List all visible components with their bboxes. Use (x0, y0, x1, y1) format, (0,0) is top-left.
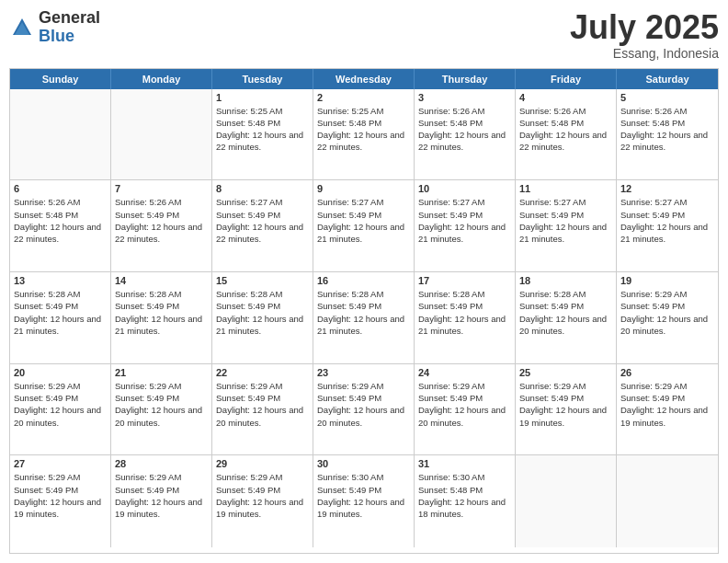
calendar-cell: 13Sunrise: 5:28 AMSunset: 5:49 PMDayligh… (10, 272, 111, 363)
calendar-cell: 4Sunrise: 5:26 AMSunset: 5:48 PMDaylight… (516, 89, 617, 180)
day-number: 1 (216, 92, 309, 103)
logo-icon (9, 15, 35, 40)
calendar-cell: 15Sunrise: 5:28 AMSunset: 5:49 PMDayligh… (212, 272, 313, 363)
day-number: 3 (418, 92, 511, 103)
title-block: July 2025 Essang, Indonesia (570, 9, 719, 61)
day-info: Sunrise: 5:27 AMSunset: 5:49 PMDaylight:… (216, 196, 309, 245)
day-info: Sunrise: 5:27 AMSunset: 5:49 PMDaylight:… (317, 196, 410, 245)
day-number: 25 (519, 367, 612, 378)
day-info: Sunrise: 5:29 AMSunset: 5:49 PMDaylight:… (115, 380, 208, 429)
calendar-header: SundayMondayTuesdayWednesdayThursdayFrid… (10, 69, 718, 89)
day-info: Sunrise: 5:26 AMSunset: 5:49 PMDaylight:… (115, 196, 208, 245)
calendar-cell: 10Sunrise: 5:27 AMSunset: 5:49 PMDayligh… (415, 180, 516, 271)
calendar-cell: 7Sunrise: 5:26 AMSunset: 5:49 PMDaylight… (111, 180, 212, 271)
calendar-cell (617, 455, 718, 547)
day-info: Sunrise: 5:28 AMSunset: 5:49 PMDaylight:… (115, 288, 208, 337)
calendar-cell: 31Sunrise: 5:30 AMSunset: 5:48 PMDayligh… (415, 455, 516, 547)
header: General Blue July 2025 Essang, Indonesia (9, 9, 719, 61)
calendar-cell: 9Sunrise: 5:27 AMSunset: 5:49 PMDaylight… (313, 180, 415, 271)
day-number: 13 (14, 275, 107, 286)
weekday-header: Saturday (617, 69, 718, 89)
day-info: Sunrise: 5:29 AMSunset: 5:49 PMDaylight:… (216, 471, 309, 520)
day-number: 22 (216, 367, 309, 378)
day-number: 9 (317, 183, 410, 194)
day-info: Sunrise: 5:26 AMSunset: 5:48 PMDaylight:… (14, 196, 107, 245)
calendar-cell: 14Sunrise: 5:28 AMSunset: 5:49 PMDayligh… (111, 272, 212, 363)
day-info: Sunrise: 5:26 AMSunset: 5:48 PMDaylight:… (418, 105, 511, 154)
day-number: 30 (317, 458, 410, 469)
calendar-week: 1Sunrise: 5:25 AMSunset: 5:48 PMDaylight… (10, 89, 718, 181)
weekday-header: Monday (111, 69, 212, 89)
month-year: July 2025 (570, 9, 719, 46)
day-number: 12 (620, 183, 714, 194)
day-number: 26 (620, 367, 714, 378)
day-info: Sunrise: 5:28 AMSunset: 5:49 PMDaylight:… (519, 288, 612, 337)
day-info: Sunrise: 5:29 AMSunset: 5:49 PMDaylight:… (317, 380, 410, 429)
weekday-header: Wednesday (313, 69, 415, 89)
day-number: 20 (14, 367, 107, 378)
calendar-cell: 12Sunrise: 5:27 AMSunset: 5:49 PMDayligh… (617, 180, 718, 271)
day-info: Sunrise: 5:27 AMSunset: 5:49 PMDaylight:… (519, 196, 612, 245)
calendar-cell: 26Sunrise: 5:29 AMSunset: 5:49 PMDayligh… (617, 364, 718, 455)
page: General Blue July 2025 Essang, Indonesia… (0, 0, 728, 563)
day-number: 17 (418, 275, 511, 286)
calendar-cell (10, 89, 111, 180)
day-info: Sunrise: 5:29 AMSunset: 5:49 PMDaylight:… (620, 288, 714, 337)
logo: General Blue (9, 9, 100, 46)
day-number: 21 (115, 367, 208, 378)
calendar-cell: 17Sunrise: 5:28 AMSunset: 5:49 PMDayligh… (415, 272, 516, 363)
calendar-cell: 3Sunrise: 5:26 AMSunset: 5:48 PMDaylight… (415, 89, 516, 180)
calendar-cell: 23Sunrise: 5:29 AMSunset: 5:49 PMDayligh… (313, 364, 415, 455)
calendar-cell: 27Sunrise: 5:29 AMSunset: 5:49 PMDayligh… (10, 455, 111, 547)
day-info: Sunrise: 5:28 AMSunset: 5:49 PMDaylight:… (14, 288, 107, 337)
day-number: 11 (519, 183, 612, 194)
day-info: Sunrise: 5:27 AMSunset: 5:49 PMDaylight:… (620, 196, 714, 245)
day-number: 8 (216, 183, 309, 194)
calendar-cell: 25Sunrise: 5:29 AMSunset: 5:49 PMDayligh… (516, 364, 617, 455)
day-number: 27 (14, 458, 107, 469)
day-number: 10 (418, 183, 511, 194)
day-info: Sunrise: 5:26 AMSunset: 5:48 PMDaylight:… (620, 105, 714, 154)
location: Essang, Indonesia (570, 46, 719, 61)
calendar-week: 6Sunrise: 5:26 AMSunset: 5:48 PMDaylight… (10, 180, 718, 272)
weekday-header: Thursday (415, 69, 516, 89)
day-info: Sunrise: 5:26 AMSunset: 5:48 PMDaylight:… (519, 105, 612, 154)
day-number: 24 (418, 367, 511, 378)
day-info: Sunrise: 5:30 AMSunset: 5:48 PMDaylight:… (418, 471, 511, 520)
calendar-cell: 6Sunrise: 5:26 AMSunset: 5:48 PMDaylight… (10, 180, 111, 271)
calendar-cell: 30Sunrise: 5:30 AMSunset: 5:49 PMDayligh… (313, 455, 415, 547)
day-number: 15 (216, 275, 309, 286)
calendar-cell: 28Sunrise: 5:29 AMSunset: 5:49 PMDayligh… (111, 455, 212, 547)
day-info: Sunrise: 5:29 AMSunset: 5:49 PMDaylight:… (216, 380, 309, 429)
day-info: Sunrise: 5:27 AMSunset: 5:49 PMDaylight:… (418, 196, 511, 245)
calendar-cell (516, 455, 617, 547)
calendar-cell: 18Sunrise: 5:28 AMSunset: 5:49 PMDayligh… (516, 272, 617, 363)
day-number: 29 (216, 458, 309, 469)
calendar-cell: 1Sunrise: 5:25 AMSunset: 5:48 PMDaylight… (212, 89, 313, 180)
day-info: Sunrise: 5:25 AMSunset: 5:48 PMDaylight:… (317, 105, 410, 154)
day-info: Sunrise: 5:28 AMSunset: 5:49 PMDaylight:… (418, 288, 511, 337)
calendar-cell: 20Sunrise: 5:29 AMSunset: 5:49 PMDayligh… (10, 364, 111, 455)
day-number: 14 (115, 275, 208, 286)
day-info: Sunrise: 5:29 AMSunset: 5:49 PMDaylight:… (115, 471, 208, 520)
calendar-cell: 29Sunrise: 5:29 AMSunset: 5:49 PMDayligh… (212, 455, 313, 547)
logo-blue: Blue (39, 28, 100, 46)
calendar: SundayMondayTuesdayWednesdayThursdayFrid… (9, 68, 719, 554)
calendar-cell: 8Sunrise: 5:27 AMSunset: 5:49 PMDaylight… (212, 180, 313, 271)
calendar-body: 1Sunrise: 5:25 AMSunset: 5:48 PMDaylight… (10, 89, 718, 547)
day-number: 18 (519, 275, 612, 286)
day-info: Sunrise: 5:29 AMSunset: 5:49 PMDaylight:… (14, 471, 107, 520)
day-info: Sunrise: 5:29 AMSunset: 5:49 PMDaylight:… (418, 380, 511, 429)
calendar-cell: 16Sunrise: 5:28 AMSunset: 5:49 PMDayligh… (313, 272, 415, 363)
calendar-cell: 19Sunrise: 5:29 AMSunset: 5:49 PMDayligh… (617, 272, 718, 363)
day-info: Sunrise: 5:28 AMSunset: 5:49 PMDaylight:… (317, 288, 410, 337)
day-number: 16 (317, 275, 410, 286)
day-number: 31 (418, 458, 511, 469)
calendar-cell: 5Sunrise: 5:26 AMSunset: 5:48 PMDaylight… (617, 89, 718, 180)
day-number: 19 (620, 275, 714, 286)
logo-text: General Blue (39, 9, 100, 46)
day-number: 4 (519, 92, 612, 103)
calendar-week: 13Sunrise: 5:28 AMSunset: 5:49 PMDayligh… (10, 272, 718, 364)
day-info: Sunrise: 5:30 AMSunset: 5:49 PMDaylight:… (317, 471, 410, 520)
weekday-header: Friday (516, 69, 617, 89)
